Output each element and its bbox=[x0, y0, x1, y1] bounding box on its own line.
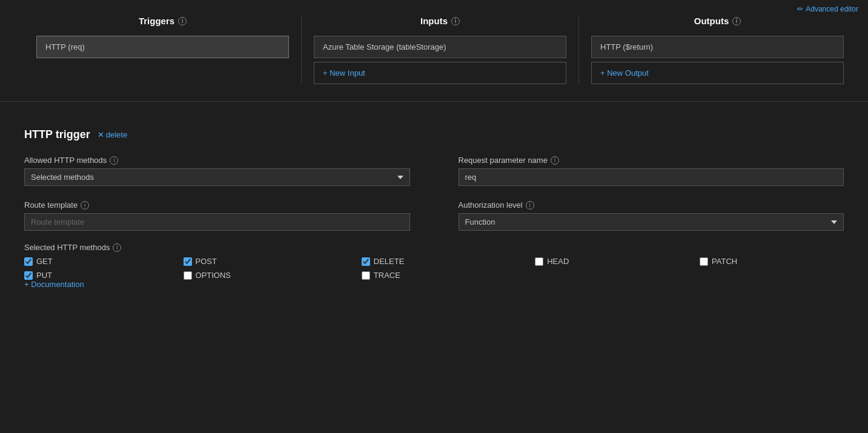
method-patch-label: PATCH bbox=[712, 257, 737, 266]
outputs-info-icon[interactable]: i bbox=[732, 17, 741, 25]
selected-methods-label: Selected HTTP methods i bbox=[24, 243, 844, 252]
allowed-methods-info-icon[interactable]: i bbox=[110, 156, 118, 165]
documentation-link[interactable]: + Documentation bbox=[24, 280, 84, 289]
triggers-title: Triggers i bbox=[36, 16, 289, 26]
section-divider bbox=[0, 101, 868, 102]
detail-section: HTTP trigger ✕ delete Allowed HTTP metho… bbox=[0, 116, 868, 313]
outputs-column: Outputs i HTTP ($return) + New Output bbox=[579, 16, 856, 84]
allowed-methods-group: Allowed HTTP methods i Selected methods … bbox=[24, 156, 410, 186]
method-options-checkbox[interactable]: OPTIONS bbox=[184, 271, 337, 280]
method-post-checkbox[interactable]: POST bbox=[184, 257, 337, 266]
route-template-group: Route template i bbox=[24, 200, 410, 231]
method-patch-checkbox[interactable]: PATCH bbox=[700, 257, 844, 266]
triggers-column: Triggers i HTTP (req) bbox=[12, 16, 301, 84]
method-options-input[interactable] bbox=[184, 271, 192, 280]
advanced-editor-link[interactable]: ✏ Advanced editor bbox=[797, 5, 858, 13]
http-methods-section: Selected HTTP methods i GETPOSTDELETEHEA… bbox=[24, 243, 844, 280]
delete-link[interactable]: ✕ delete bbox=[98, 130, 127, 139]
request-param-label: Request parameter name i bbox=[459, 156, 844, 165]
authorization-level-group: Authorization level i Anonymous Function… bbox=[459, 200, 844, 231]
advanced-editor-label: Advanced editor bbox=[806, 5, 858, 13]
authorization-level-label: Authorization level i bbox=[459, 200, 844, 210]
trigger-item-http[interactable]: HTTP (req) bbox=[36, 36, 289, 58]
methods-grid: GETPOSTDELETEHEADPATCHPUTOPTIONSTRACE bbox=[24, 257, 844, 280]
outputs-title: Outputs i bbox=[591, 16, 844, 26]
request-param-input[interactable] bbox=[459, 168, 844, 186]
authorization-level-info-icon[interactable]: i bbox=[526, 201, 534, 210]
section-title: HTTP trigger ✕ delete bbox=[24, 128, 844, 141]
inputs-title: Inputs i bbox=[314, 16, 566, 26]
method-put-checkbox[interactable]: PUT bbox=[24, 271, 159, 280]
edit-icon: ✏ bbox=[797, 5, 803, 13]
allowed-methods-label: Allowed HTTP methods i bbox=[24, 156, 410, 165]
method-trace-checkbox[interactable]: TRACE bbox=[362, 271, 511, 280]
method-post-input[interactable] bbox=[184, 257, 192, 266]
output-item-http-return[interactable]: HTTP ($return) bbox=[591, 36, 844, 58]
method-post-label: POST bbox=[196, 257, 217, 266]
allowed-methods-select[interactable]: Selected methods All methods bbox=[24, 168, 410, 186]
method-head-label: HEAD bbox=[547, 257, 569, 266]
method-put-input[interactable] bbox=[24, 271, 33, 280]
inputs-info-icon[interactable]: i bbox=[451, 17, 460, 25]
method-options-label: OPTIONS bbox=[196, 271, 231, 280]
method-delete-label: DELETE bbox=[374, 257, 405, 266]
method-get-checkbox[interactable]: GET bbox=[24, 257, 159, 266]
method-trace-label: TRACE bbox=[374, 271, 400, 280]
route-template-label: Route template i bbox=[24, 200, 410, 210]
method-trace-input[interactable] bbox=[362, 271, 370, 280]
method-get-input[interactable] bbox=[24, 257, 33, 266]
method-head-input[interactable] bbox=[535, 257, 543, 266]
route-template-input[interactable] bbox=[24, 213, 410, 231]
selected-methods-info-icon[interactable]: i bbox=[113, 243, 121, 252]
top-bar: ✏ Advanced editor bbox=[0, 0, 868, 16]
route-template-info-icon[interactable]: i bbox=[81, 201, 89, 210]
method-put-label: PUT bbox=[36, 271, 52, 280]
new-output-button[interactable]: + New Output bbox=[591, 62, 844, 84]
request-param-group: Request parameter name i bbox=[459, 156, 844, 186]
method-get-label: GET bbox=[36, 257, 53, 266]
method-delete-input[interactable] bbox=[362, 257, 370, 266]
close-icon: ✕ bbox=[98, 130, 104, 139]
method-head-checkbox[interactable]: HEAD bbox=[535, 257, 675, 266]
authorization-level-select[interactable]: Anonymous Function Admin bbox=[459, 213, 844, 231]
request-param-info-icon[interactable]: i bbox=[551, 156, 559, 165]
input-item-table-storage[interactable]: Azure Table Storage (tableStorage) bbox=[314, 36, 566, 58]
form-grid: Allowed HTTP methods i Selected methods … bbox=[24, 156, 844, 231]
inputs-column: Inputs i Azure Table Storage (tableStora… bbox=[302, 16, 578, 84]
new-input-button[interactable]: + New Input bbox=[314, 62, 566, 84]
triggers-info-icon[interactable]: i bbox=[178, 17, 187, 25]
method-patch-input[interactable] bbox=[700, 257, 708, 266]
bindings-section: Triggers i HTTP (req) Inputs i Azure Tab… bbox=[0, 16, 868, 96]
method-delete-checkbox[interactable]: DELETE bbox=[362, 257, 511, 266]
